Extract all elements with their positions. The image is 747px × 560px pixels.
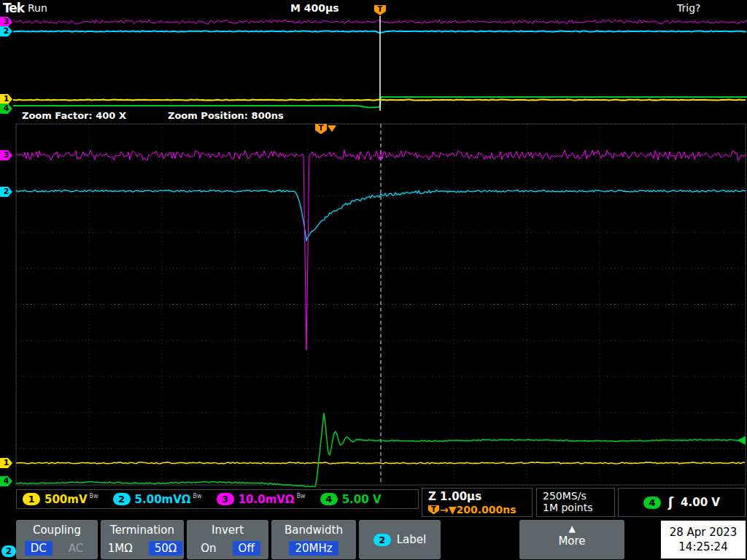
coupling-dc-option[interactable]: DC [25,541,53,556]
channel-1-scale-value: 500mV [44,493,88,506]
termination-button[interactable]: Termination 1MΩ 50Ω [101,520,184,559]
acquisition-status: Run [28,2,47,14]
sample-rate-readout: 250MS/s [543,490,608,502]
coupling-title: Coupling [16,520,98,537]
channel-3-scale: 10.0mVΩBw [239,493,306,506]
time-readout: 14:25:24 [661,540,746,554]
label-button[interactable]: 2 Label [359,520,441,559]
channel-2-button[interactable]: 2 [113,493,131,505]
channel-3-button[interactable]: 3 [217,493,234,505]
bandwidth-limit-icon: Bw [297,493,306,499]
trigger-level-readout: 4.00 V [681,496,720,509]
datetime-display: 28 Apr 2023 14:25:24 [661,521,746,559]
channel-2-scale-value: 5.00mVΩ [135,493,191,506]
label-text: Label [397,533,426,546]
channel-1-scale: 500mVBw [44,493,98,506]
channel-2-scale: 5.00mVΩBw [135,493,202,506]
bandwidth-limit-icon: Bw [90,493,98,499]
zoom-position-readout: Zoom Position: 800ns [168,110,284,121]
trigger-delay-readout: T →▼200.000ns [428,504,526,516]
bandwidth-limit-icon: Bw [193,493,202,499]
channel-1-button[interactable]: 1 [23,493,40,505]
bandwidth-button[interactable]: Bandwidth 20MHz [271,520,356,559]
termination-50ohm-option[interactable]: 50Ω [149,541,183,556]
oscilloscope-screen: Tek Run M 400µs Trig? 3 2 1 4 T Zoom Fac… [0,0,747,560]
date-readout: 28 Apr 2023 [661,525,746,540]
invert-button[interactable]: Invert On Off [187,520,268,559]
termination-title: Termination [101,520,184,537]
tek-logo: Tek [3,1,24,15]
termination-1m-option[interactable]: 1MΩ [102,541,139,556]
bandwidth-title: Bandwidth [271,520,356,537]
zoom-info-bar: Zoom Factor: 400 X Zoom Position: 800ns [0,110,747,122]
trigger-status: Trig? [677,2,700,14]
more-button[interactable]: ▲ More [519,520,624,559]
delay-reference-marker[interactable] [328,125,336,132]
main-waveform-display[interactable] [0,122,747,487]
channel-4-button[interactable]: 4 [320,493,338,505]
label-channel-badge: 2 [374,534,391,546]
trigger-source-badge[interactable]: 4 [643,497,661,509]
zoom-timebase-box: Z 1.00µs T →▼200.000ns [422,488,533,517]
trigger-position-marker-top[interactable]: T [374,5,386,15]
rising-edge-icon: ʃ [668,495,673,510]
invert-on-option[interactable]: On [195,541,222,556]
channel-4-scale: 5.00 V [342,493,382,506]
zoom-factor-readout: Zoom Factor: 400 X [22,110,126,121]
acquisition-box: 250MS/s 1M points [536,488,615,517]
trigger-settings-box: 4 ʃ 4.00 V [618,488,746,517]
record-length-readout: 1M points [543,502,608,513]
coupling-ac-option[interactable]: AC [63,541,89,556]
more-text: More [519,534,624,548]
chevron-up-icon: ▲ [519,524,624,533]
bandwidth-20mhz-option[interactable]: 20MHz [289,541,338,556]
channel-3-scale-value: 10.0mVΩ [239,493,295,506]
menu-channel-badge: 2 [1,545,16,557]
channel-readouts: 1 500mVBw 2 5.00mVΩBw 3 10.0mVΩBw 4 5.00… [16,489,419,509]
invert-off-option[interactable]: Off [233,541,260,556]
invert-title: Invert [187,520,268,537]
delay-value: →▼200.000ns [440,504,516,516]
zoom-scale-readout: Z 1.00µs [428,490,526,503]
channel-4-scale-value: 5.00 V [342,493,382,506]
trigger-icon: T [428,505,439,515]
zoom-overview-window[interactable] [0,16,747,111]
timebase-readout: M 400µs [290,2,339,14]
coupling-button[interactable]: Coupling DC AC [16,520,98,559]
